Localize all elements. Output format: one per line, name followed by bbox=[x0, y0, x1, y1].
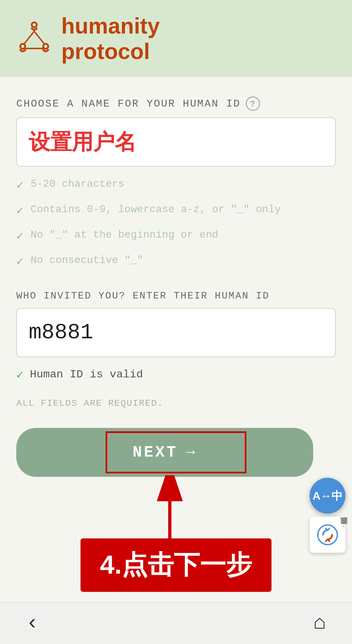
validation-check-icon: ✓ bbox=[16, 253, 23, 271]
bottom-nav: ‹ ⌂ bbox=[0, 602, 352, 644]
next-button-container: NEXT → bbox=[16, 428, 336, 477]
referral-input[interactable] bbox=[16, 308, 336, 357]
referral-section-label: WHO INVITED YOU? ENTER THEIR HUMAN ID bbox=[16, 290, 336, 301]
logo-icon bbox=[16, 21, 52, 56]
svg-point-2 bbox=[43, 44, 48, 49]
back-button[interactable]: ‹ bbox=[26, 611, 38, 635]
validation-item: ✓ 5-20 characters bbox=[16, 176, 336, 195]
valid-check-icon: ✓ bbox=[16, 368, 23, 382]
step-annotation-banner: 4.点击下一步 bbox=[81, 538, 272, 592]
svg-line-4 bbox=[34, 31, 44, 44]
logo-text: humanity protocol bbox=[61, 13, 160, 64]
home-button[interactable]: ⌂ bbox=[314, 611, 326, 635]
username-label-text: CHOOSE A NAME FOR YOUR HUMAN ID bbox=[16, 98, 241, 110]
recaptcha-icon bbox=[316, 523, 339, 547]
validation-item: ✓ Contains 0-9, lowercase a-z, or "_" on… bbox=[16, 202, 336, 220]
next-button-label: NEXT bbox=[133, 444, 178, 461]
valid-status: ✓ Human ID is valid bbox=[16, 367, 336, 382]
svg-line-3 bbox=[24, 31, 34, 44]
username-section-label: CHOOSE A NAME FOR YOUR HUMAN ID ? bbox=[16, 96, 336, 111]
validation-item: ✓ No consecutive "_" bbox=[16, 253, 336, 271]
svg-point-0 bbox=[32, 22, 37, 27]
required-note: ALL FIELDS ARE REQUIRED. bbox=[16, 398, 336, 408]
validation-rule-text: No "_" at the beginning or end bbox=[31, 227, 218, 243]
validation-list: ✓ 5-20 characters ✓ Contains 0-9, lowerc… bbox=[16, 176, 336, 271]
valid-status-text: Human ID is valid bbox=[30, 368, 143, 381]
validation-check-icon: ✓ bbox=[16, 177, 23, 195]
next-button[interactable]: NEXT → bbox=[16, 428, 313, 477]
validation-rule-text: 5-20 characters bbox=[31, 176, 125, 192]
validation-rule-text: No consecutive "_" bbox=[31, 253, 143, 268]
validation-check-icon: ✓ bbox=[16, 228, 23, 245]
step-annotation-text: 4.点击下一步 bbox=[100, 550, 252, 579]
step-annotation-container: 4.点击下一步 bbox=[0, 538, 352, 592]
validation-rule-text: Contains 0-9, lowercase a-z, or "_" only bbox=[31, 202, 281, 217]
arrow-indicator bbox=[157, 475, 183, 549]
validation-item: ✓ No "_" at the beginning or end bbox=[16, 227, 336, 245]
username-input[interactable] bbox=[16, 117, 336, 167]
validation-check-icon: ✓ bbox=[16, 202, 23, 220]
translate-icon: A↔中 bbox=[313, 489, 343, 503]
help-icon[interactable]: ? bbox=[246, 96, 260, 111]
header-section: humanity protocol bbox=[0, 0, 352, 77]
translate-widget[interactable]: A↔中 bbox=[310, 478, 345, 514]
svg-point-1 bbox=[20, 44, 25, 49]
recaptcha-widget[interactable] bbox=[310, 517, 345, 553]
main-content: CHOOSE A NAME FOR YOUR HUMAN ID ? ✓ 5-20… bbox=[0, 77, 352, 503]
next-button-arrow: → bbox=[186, 444, 197, 461]
